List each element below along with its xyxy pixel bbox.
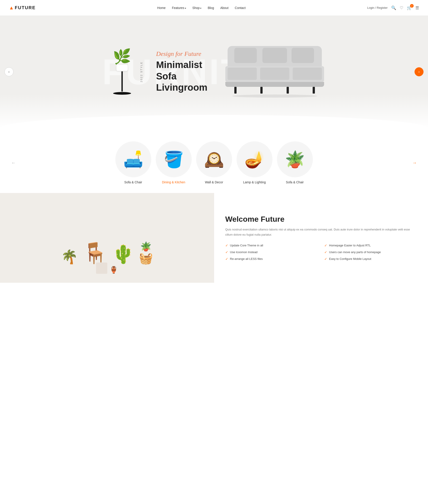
feature-item-3: ✓ Use Icoomon Instead [225, 250, 318, 254]
welcome-text-area: Welcome Future Quis nostrud exercitation… [214, 193, 428, 283]
category-circle-plant: 🪴 [277, 141, 313, 177]
cactus-icon: 🌵 [112, 244, 134, 265]
check-icon-4: ✓ [324, 250, 327, 254]
feature-label-1: Update Core Theme in all [230, 244, 263, 247]
categories-next-button[interactable]: → [410, 158, 419, 168]
feature-label-3: Use Icoomon Instead [230, 251, 258, 254]
hero-subtitle: Design for Future [156, 50, 216, 57]
sofa-leg-4 [313, 87, 315, 94]
nav-item-features[interactable]: Features [172, 6, 186, 10]
sofa-seat [225, 66, 324, 82]
nav-item-home[interactable]: Home [157, 6, 166, 10]
sofa-leg-3 [287, 87, 289, 94]
login-register-link[interactable]: Login / Register [367, 6, 387, 9]
category-label-dining-kitchen: Dining & Kitchen [162, 180, 185, 184]
category-item-wall-decor[interactable]: 🕰️ Wall & Decor [196, 141, 232, 184]
feature-label-6: Easy to Configure Mobile Layout [329, 257, 371, 260]
logo[interactable]: ▲ FUTURE [9, 5, 36, 11]
dining-kitchen-icon: 🪣 [164, 150, 184, 169]
plant-icon: 🪴 [285, 150, 305, 169]
welcome-image-area: 🌴 🪑 🌵 🪴 🧺 🏺 [0, 193, 214, 283]
palm-icon: 🌴 [61, 249, 78, 265]
cart-icon[interactable]: 🛒 2 [407, 5, 412, 10]
plant-stand-base [113, 92, 131, 95]
category-item-sofa-chair[interactable]: 🛋️ Sofa & Chair [115, 141, 151, 184]
sofa-chair-icon: 🛋️ [123, 150, 143, 169]
sofa-base [225, 82, 324, 87]
welcome-title: Welcome Future [225, 215, 417, 223]
sofa-cushion-3 [292, 48, 314, 63]
hero-plant-area: 🌿 [104, 49, 140, 95]
navbar: ▲ FUTURE Home Features Shop Blog About C… [0, 0, 428, 16]
small-vase-icon: 🏺 [109, 266, 118, 274]
feature-label-2: Homepage Easier to Adjust RTL [329, 244, 370, 247]
nav-right: Login / Register 🔍 ♡ 🛒 2 ☰ [367, 5, 419, 10]
welcome-description: Quis nostrud exercitation ullamco labori… [225, 227, 417, 237]
logo-icon: ▲ [9, 5, 14, 11]
cube-vase-group: 🏺 [96, 262, 118, 274]
feature-item-1: ✓ Update Core Theme in all [225, 244, 318, 247]
wishlist-icon[interactable]: ♡ [400, 5, 403, 10]
search-icon[interactable]: 🔍 [391, 5, 396, 10]
welcome-section: 🌴 🪑 🌵 🪴 🧺 🏺 Welcome Future Quis nostrud … [0, 193, 428, 283]
hero-curve-divider [0, 115, 428, 128]
hero-section: FURNITURE ‹ 🌿 2022 STYLE Design for Futu… [0, 16, 428, 128]
category-circle-wall-decor: 🕰️ [196, 141, 232, 177]
sofa-seat-cushion-1 [228, 67, 257, 80]
hero-style-wrapper: 2022 STYLE Design for Future Minimalist … [140, 50, 225, 93]
categories-section: ← 🛋️ Sofa & Chair 🪣 Dining & Kitchen 🕰️ [0, 128, 428, 193]
category-circle-sofa-chair: 🛋️ [115, 141, 151, 177]
plant-leaves-icon: 🌿 [113, 49, 131, 64]
nav-links: Home Features Shop Blog About Contact [157, 6, 246, 10]
category-item-dining-kitchen[interactable]: 🪣 Dining & Kitchen [156, 141, 192, 184]
feature-item-6: ✓ Easy to Configure Mobile Layout [324, 257, 417, 261]
feature-item-4: ✓ Users can move any parts of homepage [324, 250, 417, 254]
categories-row: 🛋️ Sofa & Chair 🪣 Dining & Kitchen 🕰️ Wa… [18, 141, 410, 184]
sofa-cushion-2 [262, 48, 287, 63]
wall-decor-icon: 🕰️ [204, 150, 224, 169]
rattan-chair-icon: 🪑 [82, 241, 107, 265]
sofa-seat-cushion-2 [260, 67, 289, 80]
feature-item-5: ✓ Re-arrange all LESS files [225, 257, 318, 261]
categories-wrapper: ← 🛋️ Sofa & Chair 🪣 Dining & Kitchen 🕰️ [9, 141, 419, 184]
check-icon-1: ✓ [225, 244, 228, 247]
furniture-scene: 🌴 🪑 🌵 🪴 🧺 🏺 [9, 241, 205, 274]
feature-label-5: Re-arrange all LESS files [230, 257, 263, 260]
hero-text: Design for Future Minimalist Sofa Living… [147, 50, 225, 93]
category-label-lamp-lighting: Lamp & Lighting [243, 180, 266, 184]
sofa-cushion-1 [234, 48, 257, 63]
category-label-sofa-chair: Sofa & Chair [124, 180, 142, 184]
plant-stand-pole [121, 71, 123, 91]
basket-plant: 🪴 🧺 [139, 241, 153, 265]
hero-style-label: 2022 STYLE [140, 62, 143, 82]
check-icon-2: ✓ [324, 244, 327, 247]
hero-next-button[interactable]: › [414, 67, 423, 76]
nav-item-shop[interactable]: Shop [192, 6, 201, 10]
sofa-leg-1 [234, 87, 237, 94]
nav-item-about[interactable]: About [220, 6, 229, 10]
basket-icon: 🧺 [139, 252, 153, 265]
nav-item-blog[interactable]: Blog [208, 6, 214, 10]
check-icon-6: ✓ [324, 257, 327, 261]
hero-content: 🌿 2022 STYLE Design for Future Minimalis… [91, 37, 337, 106]
check-icon-3: ✓ [225, 250, 228, 254]
sofa-legs [225, 87, 324, 94]
category-label-plant: Sofa & Chair [286, 180, 304, 184]
plant-pot [116, 65, 128, 71]
menu-icon[interactable]: ☰ [415, 5, 419, 10]
categories-prev-button[interactable]: ← [9, 158, 18, 168]
category-circle-dining-kitchen: 🪣 [156, 141, 192, 177]
feature-item-2: ✓ Homepage Easier to Adjust RTL [324, 244, 417, 247]
nav-item-contact[interactable]: Contact [235, 6, 246, 10]
sofa-back [228, 46, 322, 66]
snake-plant-icon: 🪴 [140, 241, 151, 252]
hero-sofa-visual [225, 46, 324, 98]
sofa-leg-2 [260, 87, 263, 94]
check-icon-5: ✓ [225, 257, 228, 261]
hero-prev-button[interactable]: ‹ [5, 67, 14, 76]
category-item-plant[interactable]: 🪴 Sofa & Chair [277, 141, 313, 184]
sofa-shadow [232, 95, 317, 98]
category-label-wall-decor: Wall & Decor [205, 180, 223, 184]
category-item-lamp-lighting[interactable]: 🪔 Lamp & Lighting [237, 141, 272, 184]
lamp-lighting-icon: 🪔 [244, 150, 265, 169]
